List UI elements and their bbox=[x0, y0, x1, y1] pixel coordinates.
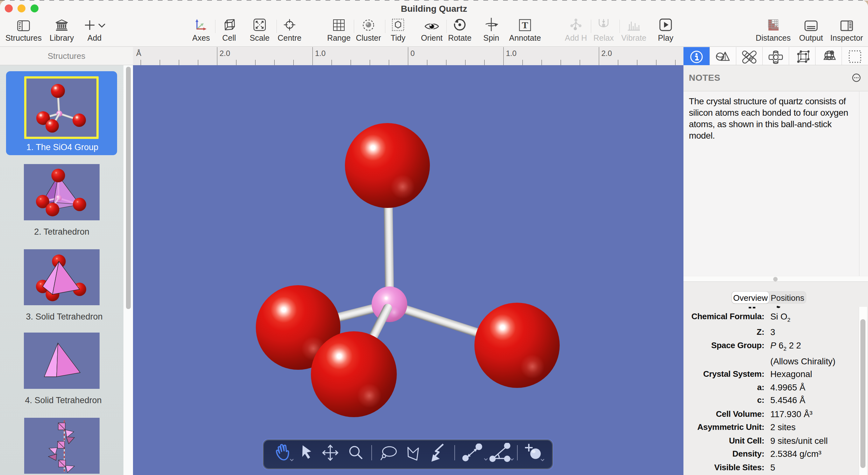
svg-text:T: T bbox=[522, 20, 528, 30]
